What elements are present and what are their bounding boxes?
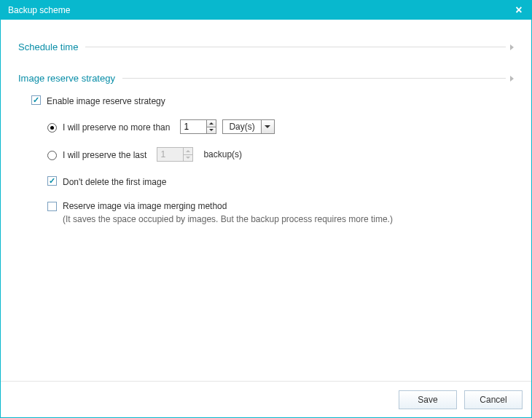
preserve-last-radio[interactable] <box>47 151 57 160</box>
backup-scheme-window: Backup scheme × Schedule time Image rese… <box>0 0 532 418</box>
image-reserve-title: Image reserve strategy <box>18 73 115 84</box>
preserve-last-controls: backup(s) <box>152 147 242 162</box>
merging-label-group: Reserve image via image merging method (… <box>63 199 393 226</box>
content-area: Schedule time Image reserve strategy Ena… <box>1 20 531 381</box>
image-reserve-section-header[interactable]: Image reserve strategy <box>18 73 514 84</box>
merging-row: Reserve image via image merging method (… <box>31 199 514 226</box>
preserve-last-spinner <box>157 147 193 162</box>
divider <box>85 47 506 47</box>
preserve-nomore-row: I will preserve no more than Day(s) <box>31 119 514 134</box>
preserve-last-suffix: backup(s) <box>203 148 242 161</box>
preserve-nomore-value[interactable] <box>180 119 206 134</box>
preserve-nomore-label: I will preserve no more than <box>63 120 170 134</box>
enable-reserve-row: Enable image reserve strategy <box>31 94 514 108</box>
dont-delete-first-row: Don't delete the first image <box>31 175 514 189</box>
merging-note: (It saves the space occupied by images. … <box>63 214 393 224</box>
preserve-unit-value: Day(s) <box>223 120 260 133</box>
enable-reserve-label: Enable image reserve strategy <box>47 94 165 108</box>
enable-reserve-checkbox[interactable] <box>31 95 41 105</box>
schedule-time-title: Schedule time <box>18 42 78 52</box>
dont-delete-first-checkbox[interactable] <box>47 176 57 186</box>
schedule-time-section-header[interactable]: Schedule time <box>18 42 514 52</box>
cancel-button[interactable]: Cancel <box>464 390 523 409</box>
preserve-last-value <box>157 147 183 162</box>
spinner-up-icon <box>183 147 193 155</box>
spinner-down-icon <box>183 155 193 162</box>
preserve-nomore-controls: Day(s) <box>176 119 275 134</box>
chevron-right-icon <box>510 44 514 50</box>
preserve-nomore-spinner[interactable] <box>180 119 216 134</box>
close-icon[interactable]: × <box>512 4 525 17</box>
footer: Save Cancel <box>1 381 531 417</box>
preserve-nomore-radio[interactable] <box>47 123 57 133</box>
spinner-up-icon[interactable] <box>206 119 216 127</box>
preserve-last-row: I will preserve the last backup(s) <box>31 147 514 162</box>
titlebar: Backup scheme × <box>1 1 531 20</box>
preserve-unit-select[interactable]: Day(s) <box>222 119 274 134</box>
chevron-down-icon <box>261 120 274 133</box>
merging-checkbox[interactable] <box>47 202 57 211</box>
divider <box>122 78 506 79</box>
save-button[interactable]: Save <box>399 390 457 409</box>
spinner-down-icon[interactable] <box>206 127 216 135</box>
merging-label: Reserve image via image merging method <box>63 201 227 211</box>
window-title: Backup scheme <box>8 5 512 15</box>
dont-delete-first-label: Don't delete the first image <box>63 175 166 189</box>
preserve-last-label: I will preserve the last <box>63 148 146 162</box>
image-reserve-section-body: Enable image reserve strategy I will pre… <box>18 94 514 226</box>
chevron-right-icon <box>510 76 514 82</box>
